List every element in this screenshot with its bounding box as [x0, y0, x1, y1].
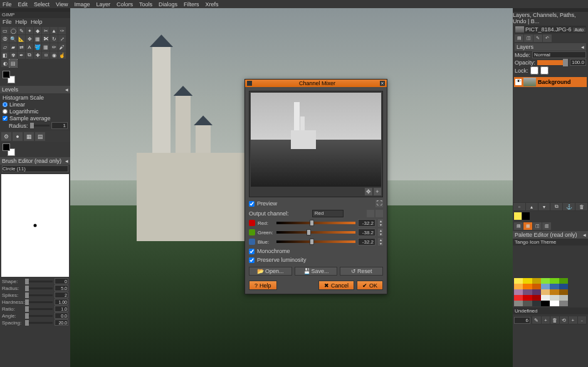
- toolbox-menu-xrefs[interactable]: Help: [16, 19, 28, 25]
- menu-dialogs[interactable]: Dialogs: [159, 1, 177, 8]
- tab-channels[interactable]: ◫: [524, 34, 533, 42]
- brush-slider-track[interactable]: [25, 301, 53, 303]
- spin-down[interactable]: ▾: [378, 242, 383, 246]
- palette-btn-2[interactable]: +: [542, 316, 550, 324]
- preview-expand-button[interactable]: ⛶: [375, 200, 383, 207]
- brush-slider-value[interactable]: [55, 306, 68, 312]
- palette-cell[interactable]: [523, 289, 532, 295]
- channel-value[interactable]: [358, 229, 375, 236]
- spin-down[interactable]: ▾: [378, 232, 383, 236]
- radio-linear[interactable]: [3, 102, 8, 107]
- image-selector[interactable]: PICT_8184.JPG-6 Auto: [515, 26, 586, 33]
- brush-slider-value[interactable]: [55, 285, 68, 291]
- mini-swatch[interactable]: [3, 143, 15, 156]
- preserve-luminosity-checkbox[interactable]: [249, 257, 255, 263]
- palette-btn-3[interactable]: 🗑: [550, 316, 559, 324]
- palette-menu-icon[interactable]: ◂: [583, 232, 586, 238]
- palette-cell[interactable]: [550, 284, 559, 289]
- palette-cell[interactable]: [514, 289, 523, 295]
- layer-row[interactable]: 👁 Background: [514, 77, 587, 87]
- brush-slider-track[interactable]: [25, 294, 53, 296]
- anchor-layer-button[interactable]: ⚓: [563, 203, 575, 210]
- tool-eraser[interactable]: ◧: [1, 51, 9, 59]
- radio-logarithmic[interactable]: [3, 109, 8, 114]
- tab-patterns[interactable]: ▦: [24, 132, 34, 141]
- channel-value[interactable]: [358, 238, 375, 246]
- palette-cell[interactable]: [550, 295, 559, 301]
- tool-color-select[interactable]: ◆: [34, 27, 41, 34]
- palette-tab-1[interactable]: ▤: [514, 222, 523, 230]
- menu-xrefs[interactable]: Xrefs: [205, 1, 218, 8]
- channel-slider[interactable]: [276, 231, 355, 234]
- channel-slider[interactable]: [276, 240, 355, 243]
- dialog-titlebar[interactable]: Channel Mixer ×: [245, 80, 387, 87]
- tool-heal[interactable]: ✚: [34, 51, 41, 59]
- palette-cell[interactable]: [559, 301, 568, 306]
- tool-shear[interactable]: ▱: [1, 43, 9, 51]
- channel-slider[interactable]: [276, 222, 355, 224]
- palette-btn-6[interactable]: -: [578, 316, 587, 324]
- palette-cell[interactable]: [532, 284, 541, 289]
- tool-ink[interactable]: ✒: [18, 51, 25, 59]
- new-layer-button[interactable]: ▫: [513, 203, 525, 210]
- palette-cell[interactable]: [514, 284, 523, 289]
- ok-button[interactable]: ✔OK: [357, 281, 383, 290]
- tool-clone[interactable]: ⧉: [26, 51, 33, 59]
- palette-btn-5[interactable]: +: [569, 316, 577, 324]
- channel-menu-icon[interactable]: [375, 210, 383, 217]
- brush-name-input[interactable]: [2, 165, 68, 172]
- menu-edit[interactable]: Edit: [18, 1, 28, 8]
- palette-cell[interactable]: [514, 301, 523, 306]
- brush-slider-value[interactable]: [55, 313, 68, 319]
- swatch-yellow[interactable]: [514, 212, 522, 220]
- palette-cell[interactable]: [523, 278, 532, 284]
- palette-cell[interactable]: [559, 278, 568, 284]
- tool-rotate[interactable]: ↻: [50, 35, 58, 43]
- menu-view[interactable]: View: [56, 1, 68, 8]
- lock-alpha[interactable]: [540, 66, 549, 75]
- menu-file[interactable]: File: [3, 1, 12, 8]
- tab-gradients[interactable]: ▤: [35, 132, 45, 141]
- palette-cell[interactable]: [523, 295, 532, 301]
- tool-scale[interactable]: ⤢: [58, 35, 66, 43]
- palette-cell[interactable]: [541, 278, 550, 284]
- tool-paths[interactable]: ✑: [58, 27, 66, 34]
- monochrome-checkbox[interactable]: [249, 249, 255, 254]
- color-swatch[interactable]: [3, 71, 15, 83]
- open-button[interactable]: 📂Open...: [249, 267, 292, 276]
- visibility-icon[interactable]: 👁: [515, 79, 522, 85]
- brush-slider-value[interactable]: [55, 299, 68, 305]
- brush-slider-value[interactable]: [55, 292, 68, 298]
- palette-cell[interactable]: [532, 301, 541, 306]
- palette-btn-4[interactable]: ⟲: [560, 316, 569, 324]
- preview-checkbox[interactable]: [249, 201, 255, 207]
- preview-image[interactable]: [251, 93, 381, 187]
- toolbox-menu-file[interactable]: File: [3, 19, 12, 25]
- palette-cell[interactable]: [559, 289, 568, 295]
- radius-input[interactable]: [51, 122, 68, 129]
- palette-cell[interactable]: [523, 284, 532, 289]
- palette-cell[interactable]: [559, 295, 568, 301]
- palette-cell[interactable]: [514, 295, 523, 301]
- tool-smudge[interactable]: ☝: [58, 51, 66, 59]
- delete-layer-button[interactable]: 🗑: [575, 203, 587, 210]
- reset-button[interactable]: ↺Reset: [340, 267, 383, 276]
- brush-slider-track[interactable]: [25, 308, 53, 310]
- palette-cell[interactable]: [559, 284, 568, 289]
- tool-scissors[interactable]: ✂: [42, 27, 50, 34]
- tool-airbrush[interactable]: ✾: [9, 51, 17, 59]
- mini-fg[interactable]: [3, 143, 10, 151]
- check-sample-average[interactable]: [3, 116, 8, 121]
- palette-columns[interactable]: [514, 317, 530, 324]
- palette-btn-1[interactable]: ✎: [532, 316, 541, 324]
- tool-bucket[interactable]: 🪣: [34, 43, 41, 51]
- tab-undo[interactable]: ↶: [543, 34, 552, 42]
- tool-rect-select[interactable]: ▭: [1, 27, 9, 34]
- tool-ellipse-select[interactable]: ◯: [9, 27, 17, 34]
- tab-paths[interactable]: ✎: [533, 34, 542, 42]
- tool-measure[interactable]: 📐: [18, 35, 25, 43]
- tool-move[interactable]: ✥: [26, 35, 33, 43]
- palette-cell[interactable]: [532, 295, 541, 301]
- tool-pencil[interactable]: ✏: [50, 43, 58, 51]
- tool-flip[interactable]: ⇄: [18, 43, 25, 51]
